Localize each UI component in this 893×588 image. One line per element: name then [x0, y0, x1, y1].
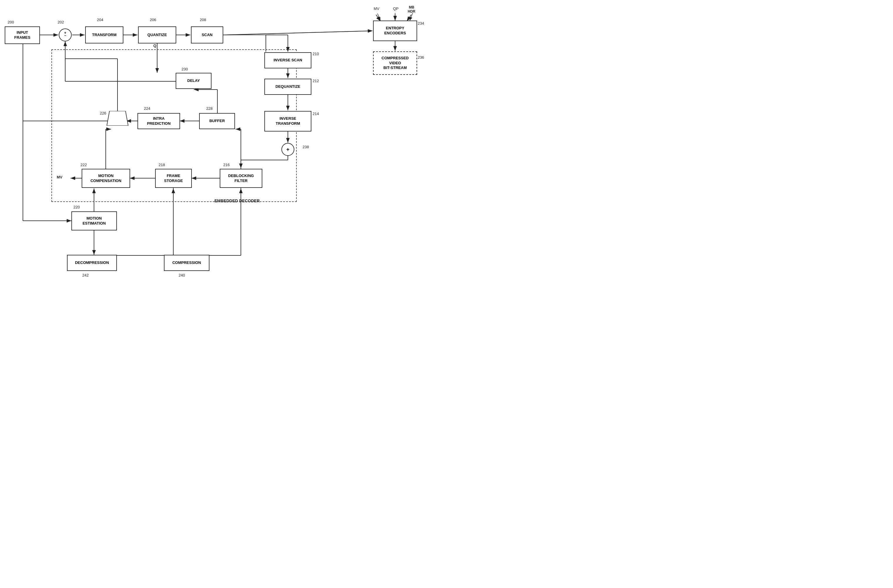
- motion-est-label: MOTION ESTIMATION: [83, 216, 106, 226]
- qp-top-label: QP: [393, 6, 398, 11]
- deblocking-label: DEBLOCKING FILTER: [228, 174, 254, 183]
- frame-storage-label: FRAME STORAGE: [164, 174, 183, 183]
- ref-226: 226: [100, 111, 106, 116]
- ref-208: 208: [200, 18, 206, 22]
- svg-line-52: [377, 14, 380, 21]
- ref-228: 228: [206, 106, 213, 111]
- delay-box: DELAY: [176, 73, 212, 89]
- diagram: 200 202 204 206 208 234 236 210 212 214 …: [0, 0, 446, 294]
- delay-label: DELAY: [187, 78, 200, 83]
- decompression-box: DECOMPRESSION: [67, 255, 117, 271]
- mb-hdr-top-label: MB HDR: [408, 5, 415, 14]
- compression-box: COMPRESSION: [164, 255, 209, 271]
- inverse-transform-label: INVERSE TRANSFORM: [275, 116, 300, 126]
- intra-pred-label: INTRA PREDICTION: [147, 116, 170, 126]
- motion-comp-box: MOTION COMPENSATION: [82, 169, 130, 188]
- ref-238: 238: [302, 145, 309, 149]
- ref-224: 224: [144, 106, 150, 111]
- ref-242: 242: [82, 273, 89, 278]
- motion-est-box: MOTION ESTIMATION: [71, 212, 117, 231]
- dequantize-label: DEQUANTIZE: [275, 84, 301, 89]
- svg-line-6: [223, 31, 373, 35]
- ref-240: 240: [179, 273, 185, 278]
- q-label: Q: [153, 44, 156, 48]
- svg-line-11: [407, 15, 411, 21]
- svg-line-9: [376, 15, 380, 21]
- transform-label: TRANSFORM: [92, 33, 116, 38]
- inverse-scan-box: INVERSE SCAN: [265, 52, 311, 68]
- ref-220: 220: [74, 205, 80, 209]
- mux-trapezoid: [106, 111, 129, 126]
- ref-222: 222: [81, 163, 87, 167]
- inverse-scan-label: INVERSE SCAN: [274, 58, 302, 63]
- inverse-transform-box: INVERSE TRANSFORM: [265, 111, 311, 132]
- ref-230: 230: [182, 67, 188, 71]
- embedded-decoder-label: EMBEDDED DECODER: [215, 198, 260, 203]
- scan-box: SCAN: [191, 26, 223, 44]
- sum1-symbol: +−: [64, 31, 66, 39]
- ref-202: 202: [57, 20, 64, 24]
- ref-236: 236: [418, 55, 424, 60]
- input-frames-label: INPUT FRAMES: [14, 30, 30, 40]
- ref-204: 204: [97, 18, 104, 22]
- svg-line-57: [223, 31, 373, 35]
- intra-pred-box: INTRA PREDICTION: [137, 113, 180, 129]
- comp-video-box: COMPRESSED VIDEO BIT-STREAM: [373, 51, 417, 75]
- sum1-circle: +−: [59, 28, 72, 41]
- entropy-enc-label: ENTROPY ENCODERS: [384, 26, 406, 36]
- sum2-circle: +: [281, 143, 294, 156]
- ref-210: 210: [313, 52, 319, 56]
- quantize-label: QUANTIZE: [147, 33, 167, 38]
- decompression-label: DECOMPRESSION: [75, 260, 109, 266]
- mv-top-label: MV: [374, 6, 380, 11]
- svg-line-54: [410, 13, 413, 21]
- comp-video-label: COMPRESSED VIDEO BIT-STREAM: [382, 56, 409, 71]
- ref-214: 214: [313, 111, 319, 116]
- transform-box: TRANSFORM: [85, 26, 123, 44]
- sum2-symbol: +: [286, 147, 290, 153]
- compression-label: COMPRESSION: [173, 260, 201, 266]
- scan-label: SCAN: [202, 33, 213, 38]
- dequantize-box: DEQUANTIZE: [265, 79, 311, 95]
- ref-200: 200: [8, 20, 14, 24]
- entropy-enc-box: ENTROPY ENCODERS: [373, 21, 417, 41]
- motion-comp-label: MOTION COMPENSATION: [90, 174, 121, 183]
- mv-left-label: MV: [57, 175, 63, 179]
- buffer-box: BUFFER: [199, 113, 235, 129]
- deblocking-box: DEBLOCKING FILTER: [220, 169, 262, 188]
- ref-234: 234: [418, 21, 424, 26]
- quantize-box: QUANTIZE: [138, 26, 176, 44]
- ref-216: 216: [223, 163, 230, 167]
- svg-marker-50: [107, 111, 128, 126]
- buffer-label: BUFFER: [209, 118, 225, 124]
- ref-218: 218: [159, 163, 165, 167]
- frame-storage-box: FRAME STORAGE: [155, 169, 192, 188]
- ref-212: 212: [313, 79, 319, 83]
- ref-206: 206: [150, 18, 156, 22]
- input-frames-box: INPUT FRAMES: [5, 26, 40, 44]
